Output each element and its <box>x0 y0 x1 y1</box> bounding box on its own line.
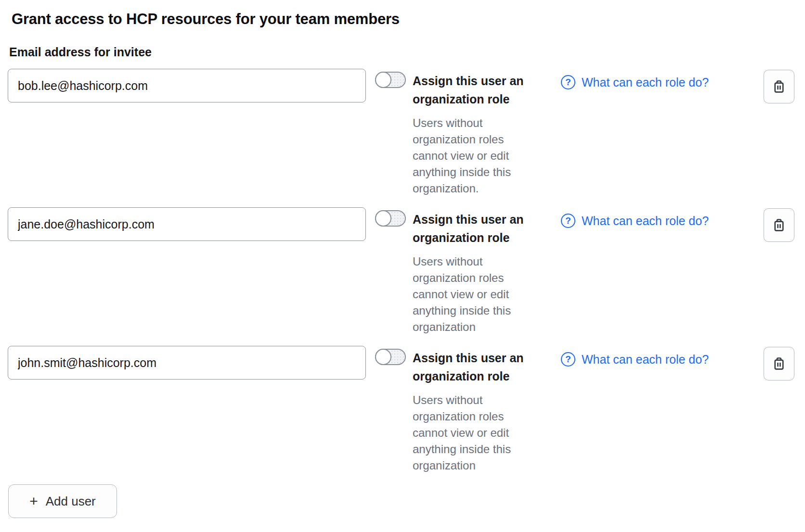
help-question-icon: ? <box>561 75 575 89</box>
email-input[interactable] <box>8 207 366 241</box>
role-info-link[interactable]: ? What can each role do? <box>561 214 709 228</box>
role-link-label: What can each role do? <box>582 76 709 89</box>
role-text-block: Assign this user an organization role Us… <box>413 349 534 474</box>
delete-row-button[interactable] <box>764 208 794 242</box>
plus-icon: + <box>29 494 38 508</box>
role-link-label: What can each role do? <box>582 353 709 367</box>
toggle-knob-icon <box>375 349 391 365</box>
role-info-link[interactable]: ? What can each role do? <box>561 352 709 367</box>
email-input[interactable] <box>8 346 366 380</box>
delete-row-button[interactable] <box>764 347 794 380</box>
org-role-toggle[interactable] <box>375 210 406 227</box>
delete-row-button[interactable] <box>764 70 794 103</box>
grant-access-page: Grant access to HCP resources for your t… <box>0 11 805 518</box>
email-input[interactable] <box>8 69 366 102</box>
org-role-toggle[interactable] <box>375 72 406 88</box>
role-text-block: Assign this user an organization role Us… <box>413 210 534 335</box>
toggle-knob-icon <box>375 210 391 227</box>
add-user-button[interactable]: + Add user <box>8 484 117 518</box>
toggle-knob-icon <box>375 72 391 88</box>
invitee-row: Assign this user an organization role Us… <box>0 207 805 335</box>
role-link-label: What can each role do? <box>582 214 709 228</box>
invitee-row: Assign this user an organization role Us… <box>0 346 805 474</box>
add-user-label: Add user <box>46 494 96 509</box>
page-title: Grant access to HCP resources for your t… <box>12 11 805 28</box>
assign-role-label: Assign this user an organization role <box>413 72 534 108</box>
role-text-block: Assign this user an organization role Us… <box>413 72 534 197</box>
invitee-row: Assign this user an organization role Us… <box>0 69 805 197</box>
email-address-label: Email address for invitee <box>9 45 805 59</box>
trash-icon <box>771 78 787 95</box>
role-helper-text: Users without organization roles cannot … <box>413 115 534 197</box>
org-role-toggle[interactable] <box>375 349 406 365</box>
trash-icon <box>771 355 787 372</box>
role-info-link[interactable]: ? What can each role do? <box>561 75 709 89</box>
role-helper-text: Users without organization roles cannot … <box>413 392 534 474</box>
role-helper-text: Users without organization roles cannot … <box>413 253 534 335</box>
assign-role-label: Assign this user an organization role <box>413 210 534 247</box>
trash-icon <box>771 217 787 233</box>
assign-role-label: Assign this user an organization role <box>413 349 534 385</box>
help-question-icon: ? <box>561 352 575 367</box>
help-question-icon: ? <box>561 214 575 228</box>
